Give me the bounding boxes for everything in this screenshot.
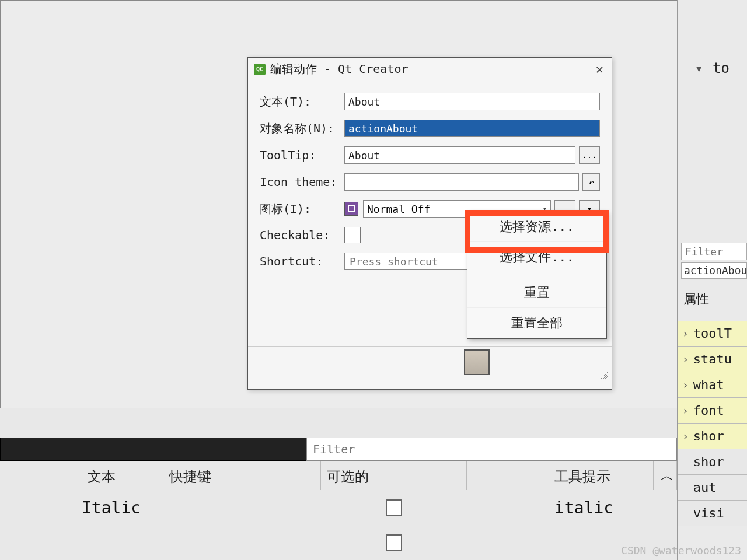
blank-icon [682,456,689,468]
checkbox-icon[interactable] [386,534,402,551]
col-text[interactable]: 文本 [0,461,163,490]
icon-theme-reset-button[interactable]: ↶ [582,173,600,191]
menu-choose-resource[interactable]: 选择资源... [467,212,606,242]
prop-row-shortcut[interactable]: ›shor [678,424,747,449]
icon-theme-field[interactable] [344,173,579,191]
icon-source-menu: 选择资源... 选择文件... 重置 重置全部 [467,211,607,339]
dialog-footer [248,346,612,381]
scroll-up-icon[interactable]: ︿ [654,461,677,490]
selected-action-name: actionAbout [681,262,747,279]
prop-row-autorepeat[interactable]: aut [678,475,747,501]
qt-logo-icon: QC [254,64,266,75]
undo-icon: ↶ [588,177,594,188]
tooltip-more-button[interactable]: ... [579,146,600,164]
label-icon-theme: Icon theme: [260,175,344,189]
icon-preview-icon [344,202,358,216]
prop-row-font[interactable]: ›font [678,398,747,424]
col-shortcut[interactable]: 快捷键 [163,461,321,490]
dialog-title: 编辑动作 - Qt Creator [270,61,594,77]
cell-checkable [321,499,467,516]
blank-icon [682,481,689,494]
property-list: ›toolT ›statu ›what ›font ›shor shor aut… [678,321,747,526]
text-field[interactable] [344,93,600,110]
action-table-header: 文本 快捷键 可选的 工具提示 ︿ [0,461,677,490]
prop-row-tooltip[interactable]: ›toolT [678,321,747,346]
label-icon: 图标(I): [260,201,344,217]
label-text: 文本(T): [260,94,344,110]
blank-icon [682,507,689,519]
object-tree-label: to [713,60,729,76]
property-filter-input[interactable] [681,243,747,260]
label-object-name: 对象名称(N): [260,121,344,136]
menu-reset[interactable]: 重置 [467,278,606,308]
icon-large-preview [464,349,490,375]
chevron-right-icon: › [682,430,689,442]
menu-choose-file[interactable]: 选择文件... [467,242,606,272]
action-toolbar-buttons[interactable] [0,438,306,461]
dialog-titlebar[interactable]: QC 编辑动作 - Qt Creator ✕ [248,58,612,81]
watermark: CSDN @waterwoods123 [621,544,741,556]
action-toolbar [0,438,677,461]
checkbox-icon[interactable] [386,499,402,516]
action-editor: 文本 快捷键 可选的 工具提示 ︿ Italic italic [0,438,677,560]
menu-reset-all[interactable]: 重置全部 [467,308,606,338]
cell-tooltip: italic [467,498,677,517]
chevron-right-icon: › [682,327,689,340]
menu-separator [471,275,603,275]
table-row[interactable]: Italic italic [0,490,677,525]
col-tooltip[interactable]: 工具提示 [467,461,654,490]
action-filter-input[interactable] [306,438,677,461]
cell-checkable [321,534,467,551]
col-checkable[interactable]: 可选的 [321,461,467,490]
label-shortcut: Shortcut: [260,254,344,268]
table-row[interactable] [0,525,677,560]
property-panel: ▾ to actionAbout 属性 ›toolT ›statu ›what … [677,0,747,560]
label-checkable: Checkable: [260,228,344,242]
label-tooltip: ToolTip: [260,148,344,162]
object-name-field[interactable] [344,120,600,137]
checkable-checkbox[interactable] [344,227,361,243]
prop-row-whatsthis[interactable]: ›what [678,372,747,398]
property-header: 属性 [683,290,709,308]
close-icon[interactable]: ✕ [594,62,606,76]
resize-grip-icon[interactable] [599,369,608,379]
prop-row-shortcutcontext[interactable]: shor [678,449,747,475]
chevron-right-icon: › [682,379,689,391]
tooltip-field[interactable] [344,146,575,164]
chevron-down-icon[interactable]: ▾ [695,61,703,76]
prop-row-visible[interactable]: visi [678,501,747,526]
chevron-right-icon: › [682,404,689,416]
chevron-right-icon: › [682,353,689,365]
prop-row-statustip[interactable]: ›statu [678,346,747,372]
cell-text: Italic [0,498,163,517]
